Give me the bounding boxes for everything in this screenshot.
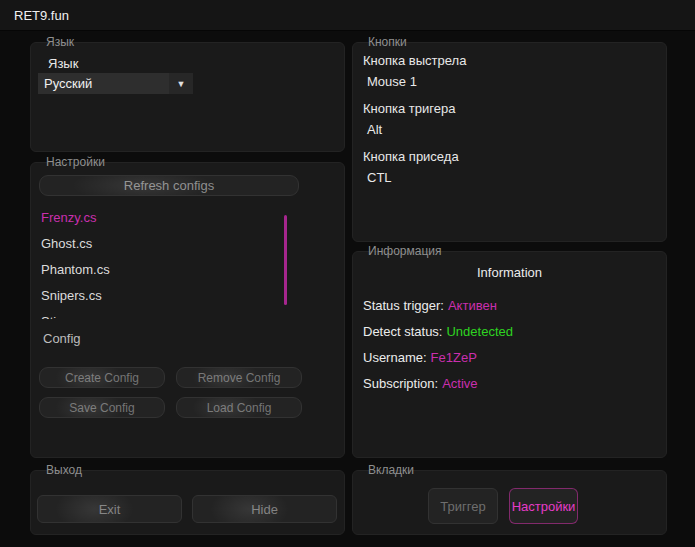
exit-button[interactable]: Exit (37, 495, 182, 523)
tab-trigger-label: Триггер (440, 499, 485, 514)
hide-button-label: Hide (251, 502, 278, 517)
language-group-caption: Язык (42, 35, 78, 50)
app-window: RET9.fun Язык Язык Русский ▼ Настройки R… (0, 0, 695, 547)
language-label: Язык (48, 56, 78, 71)
shoot-key-value: Mouse 1 (367, 74, 466, 89)
tabs-group-caption: Вкладки (364, 463, 418, 478)
shoot-key-label: Кнопка выстрела (363, 53, 466, 68)
crouch-key-binding: Кнопка приседа CTL (363, 149, 459, 185)
trigger-key-label: Кнопка тригера (363, 101, 455, 116)
exit-group: Выход Exit Hide (30, 470, 345, 535)
trigger-key-binding: Кнопка тригера Alt (363, 101, 455, 137)
status-trigger-label: Status trigger: (363, 298, 444, 313)
save-config-button[interactable]: Save Config (39, 397, 165, 418)
chevron-down-icon: ▼ (169, 73, 193, 94)
status-trigger-row: Status trigger:Активен (363, 298, 497, 313)
exit-button-label: Exit (99, 502, 121, 517)
language-dropdown[interactable]: Русский ▼ (38, 73, 193, 94)
tabs-group: Вкладки Триггер Настройки (352, 470, 667, 535)
load-config-button[interactable]: Load Config (176, 397, 302, 418)
info-group: Информация Information Status trigger:Ак… (352, 251, 667, 458)
tab-settings-label: Настройки (512, 499, 576, 514)
keys-group-caption: Кнопки (364, 35, 411, 50)
hide-button[interactable]: Hide (192, 495, 337, 523)
config-list-item[interactable]: Stinger.cs (39, 309, 315, 319)
app-title: RET9.fun (14, 8, 69, 23)
config-list-item[interactable]: Phantom.cs (39, 257, 315, 283)
language-group: Язык Язык Русский ▼ (30, 42, 345, 152)
config-list-item[interactable]: Frenzy.cs (39, 205, 315, 231)
shoot-key-binding: Кнопка выстрела Mouse 1 (363, 53, 466, 89)
load-config-label: Load Config (207, 401, 272, 415)
create-config-label: Create Config (65, 371, 139, 385)
status-trigger-value: Активен (448, 298, 497, 313)
crouch-key-label: Кнопка приседа (363, 149, 459, 164)
keys-group: Кнопки Кнопка выстрела Mouse 1 Кнопка тр… (352, 42, 667, 242)
button-shine (55, 495, 134, 523)
config-section-label: Config (43, 331, 81, 346)
config-list-scrollbar[interactable] (284, 215, 287, 305)
username-value: Fe1ZeP (431, 350, 477, 365)
config-list-item[interactable]: Ghost.cs (39, 231, 315, 257)
language-dropdown-value: Русский (44, 76, 169, 91)
config-list[interactable]: Frenzy.cs Ghost.cs Phantom.cs Snipers.cs… (39, 205, 315, 319)
refresh-configs-label: Refresh configs (124, 178, 214, 193)
settings-group-caption: Настройки (42, 155, 109, 170)
detect-status-label: Detect status: (363, 324, 442, 339)
detect-status-row: Detect status:Undetected (363, 324, 513, 339)
title-bar: RET9.fun (0, 0, 695, 31)
subscription-value: Active (442, 376, 477, 391)
refresh-configs-button[interactable]: Refresh configs (39, 175, 299, 196)
save-config-label: Save Config (69, 401, 134, 415)
tab-settings-button[interactable]: Настройки (509, 488, 578, 524)
username-row: Username:Fe1ZeP (363, 350, 477, 365)
tab-trigger-button[interactable]: Триггер (428, 488, 498, 524)
crouch-key-value: CTL (367, 170, 459, 185)
config-list-item[interactable]: Snipers.cs (39, 283, 315, 309)
settings-group: Настройки Refresh configs Frenzy.cs Ghos… (30, 162, 345, 458)
subscription-label: Subscription: (363, 376, 438, 391)
username-label: Username: (363, 350, 427, 365)
info-title: Information (353, 265, 666, 280)
create-config-button[interactable]: Create Config (39, 367, 165, 388)
detect-status-value: Undetected (446, 324, 513, 339)
remove-config-label: Remove Config (198, 371, 281, 385)
subscription-row: Subscription:Active (363, 376, 478, 391)
exit-group-caption: Выход (42, 463, 86, 478)
trigger-key-value: Alt (367, 122, 455, 137)
remove-config-button[interactable]: Remove Config (176, 367, 302, 388)
info-group-caption: Информация (364, 244, 445, 259)
